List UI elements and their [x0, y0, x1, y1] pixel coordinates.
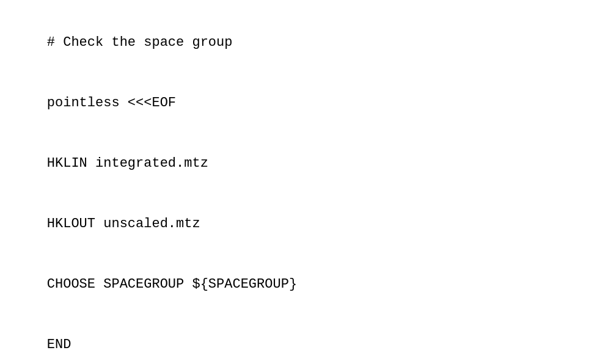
section1: # Check the space group pointless <<<EOF… — [15, 12, 596, 364]
code-content: # Check the space group pointless <<<EOF… — [15, 12, 596, 364]
section1-line2: HKLIN integrated.mtz — [47, 156, 208, 171]
section1-line4: CHOOSE SPACEGROUP ${SPACEGROUP} — [47, 277, 297, 292]
section1-line5: END — [47, 337, 71, 352]
section1-comment: # Check the space group — [47, 35, 233, 50]
section1-line1: pointless <<<EOF — [47, 95, 176, 111]
section1-line3: HKLOUT unscaled.mtz — [47, 216, 200, 231]
